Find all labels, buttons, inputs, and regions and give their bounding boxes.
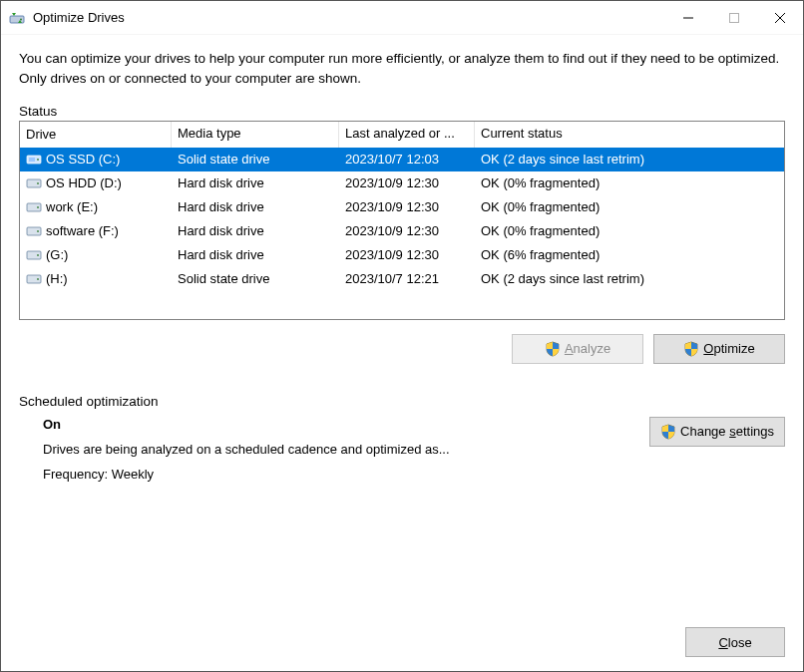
drive-last: 2023/10/7 12:03 — [339, 152, 475, 167]
svg-rect-3 — [730, 13, 739, 22]
col-header-status[interactable]: Current status — [475, 122, 784, 148]
drive-status: OK (6% fragmented) — [475, 247, 784, 262]
change-settings-button[interactable]: Change settings — [649, 417, 785, 447]
drive-name: software (F:) — [46, 223, 119, 238]
shield-icon — [660, 424, 676, 440]
svg-point-18 — [37, 278, 39, 280]
svg-rect-11 — [27, 203, 41, 211]
svg-point-8 — [37, 159, 39, 161]
col-header-last[interactable]: Last analyzed or ... — [339, 122, 475, 148]
optimize-drives-icon — [9, 10, 25, 26]
scheduled-info: On Drives are being analyzed on a schedu… — [43, 417, 629, 492]
drive-media: Hard disk drive — [172, 175, 339, 190]
drive-name: (G:) — [46, 247, 68, 262]
drive-name: OS HDD (D:) — [46, 175, 122, 190]
drive-last: 2023/10/9 12:30 — [339, 199, 475, 214]
col-header-drive[interactable]: Drive — [20, 122, 172, 148]
titlebar: Optimize Drives — [1, 1, 803, 35]
drive-status: OK (0% fragmented) — [475, 175, 784, 190]
svg-point-16 — [37, 254, 39, 256]
shield-icon — [545, 341, 561, 357]
optimize-drives-window: Optimize Drives You can optimize your dr… — [0, 0, 804, 672]
table-row[interactable]: software (F:)Hard disk drive2023/10/9 12… — [20, 219, 784, 243]
table-row[interactable]: (H:)Solid state drive2023/10/7 12:21OK (… — [20, 267, 784, 291]
description-text: You can optimize your drives to help you… — [19, 43, 785, 104]
drive-status: OK (0% fragmented) — [475, 199, 784, 214]
drive-last: 2023/10/9 12:30 — [339, 175, 475, 190]
scheduled-optimization-section: Scheduled optimization On Drives are bei… — [19, 394, 785, 492]
content-area: You can optimize your drives to help you… — [1, 35, 803, 671]
svg-rect-9 — [27, 179, 41, 187]
drive-media: Hard disk drive — [172, 247, 339, 262]
drive-name: OS SSD (C:) — [46, 152, 120, 167]
svg-rect-15 — [27, 251, 41, 259]
analyze-optimize-row: Analyze Optimize — [19, 320, 785, 374]
scheduled-label: Scheduled optimization — [19, 394, 785, 411]
table-row[interactable]: OS SSD (C:)Solid state drive2023/10/7 12… — [20, 148, 784, 171]
drive-status: OK (2 days since last retrim) — [475, 271, 784, 286]
drive-status: OK (0% fragmented) — [475, 223, 784, 238]
scheduled-on: On — [43, 417, 629, 432]
drive-icon — [26, 271, 42, 287]
svg-point-14 — [37, 230, 39, 232]
window-controls — [665, 1, 803, 34]
shield-icon — [683, 341, 699, 357]
svg-rect-17 — [27, 275, 41, 283]
col-header-media[interactable]: Media type — [172, 122, 339, 148]
drive-media: Solid state drive — [172, 152, 339, 167]
table-row[interactable]: (G:)Hard disk drive2023/10/9 12:30OK (6%… — [20, 243, 784, 267]
drive-icon — [26, 223, 42, 239]
svg-point-10 — [37, 182, 39, 184]
drive-name: work (E:) — [46, 199, 98, 214]
footer: Close — [19, 619, 785, 657]
drive-icon — [26, 199, 42, 215]
drive-last: 2023/10/9 12:30 — [339, 223, 475, 238]
analyze-button: Analyze — [512, 334, 643, 364]
drive-last: 2023/10/9 12:30 — [339, 247, 475, 262]
drive-media: Solid state drive — [172, 271, 339, 286]
drive-icon — [26, 175, 42, 191]
drive-media: Hard disk drive — [172, 223, 339, 238]
svg-rect-13 — [27, 227, 41, 235]
status-label: Status — [19, 104, 785, 121]
optimize-button[interactable]: Optimize — [653, 334, 785, 364]
table-row[interactable]: work (E:)Hard disk drive2023/10/9 12:30O… — [20, 195, 784, 219]
drive-icon — [26, 247, 42, 263]
drive-media: Hard disk drive — [172, 199, 339, 214]
drive-icon — [26, 152, 42, 168]
svg-point-1 — [20, 18, 22, 20]
minimize-button[interactable] — [665, 1, 711, 34]
window-title: Optimize Drives — [33, 10, 125, 25]
close-button[interactable] — [757, 1, 803, 34]
drive-status: OK (2 days since last retrim) — [475, 152, 784, 167]
drive-list: Drive Media type Last analyzed or ... Cu… — [19, 121, 785, 320]
table-header: Drive Media type Last analyzed or ... Cu… — [20, 122, 784, 148]
drive-last: 2023/10/7 12:21 — [339, 271, 475, 286]
svg-rect-7 — [29, 158, 35, 162]
close-dialog-button[interactable]: Close — [685, 627, 785, 657]
svg-point-12 — [37, 206, 39, 208]
drive-name: (H:) — [46, 271, 68, 286]
scheduled-desc: Drives are being analyzed on a scheduled… — [43, 442, 629, 457]
maximize-button — [711, 1, 757, 34]
scheduled-freq: Frequency: Weekly — [43, 467, 629, 482]
table-row[interactable]: OS HDD (D:)Hard disk drive2023/10/9 12:3… — [20, 171, 784, 195]
